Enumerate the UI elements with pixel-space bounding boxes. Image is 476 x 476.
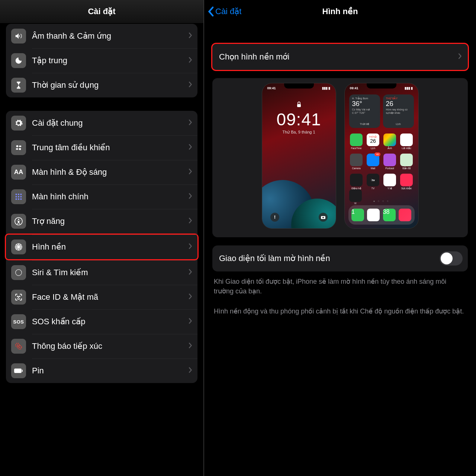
row-focus[interactable]: Tập trung <box>6 48 197 73</box>
row-exposure[interactable]: Thông báo tiếp xúc <box>6 334 197 358</box>
display-icon: AA <box>11 165 26 180</box>
exposure-icon <box>11 339 26 354</box>
row-label: Tập trung <box>32 56 188 65</box>
chevron-right-icon <box>188 293 192 301</box>
camera-icon <box>319 213 328 222</box>
footnote-2: Hình nền động và thu phóng phối cảnh bị … <box>212 306 468 316</box>
home-screen-icon <box>11 189 26 204</box>
svg-point-20 <box>19 296 20 297</box>
row-label: Trung tâm điều khiển <box>32 143 188 152</box>
row-sos[interactable]: SOS SOS khẩn cấp <box>6 309 197 334</box>
weather-widget: H. Trảng Bom 36° Có Mây Vài nơi C:37° T:… <box>349 94 380 128</box>
lockscreen-date: Thứ Ba, 9 tháng 1 <box>262 130 336 135</box>
svg-point-18 <box>16 270 22 276</box>
chevron-right-icon <box>188 168 192 176</box>
settings-list-pane: Cài đặt Âm thanh & Cảm ứng Tập trung <box>0 0 204 476</box>
sound-icon <box>11 29 26 44</box>
settings-group-1: Âm thanh & Cảm ứng Tập trung Thời gian s… <box>6 24 197 97</box>
accessibility-icon <box>11 214 26 229</box>
row-siri[interactable]: Siri & Tìm kiếm <box>6 260 197 285</box>
svg-rect-6 <box>20 194 22 195</box>
svg-point-3 <box>19 148 21 150</box>
row-screentime[interactable]: Thời gian sử dụng <box>6 73 197 97</box>
chevron-right-icon <box>188 318 192 326</box>
row-sound[interactable]: Âm thanh & Cảm ứng <box>6 24 197 48</box>
svg-rect-27 <box>297 104 301 107</box>
control-center-icon <box>11 140 26 155</box>
wallpaper-icon <box>11 239 26 254</box>
dim-wallpaper-toggle[interactable] <box>440 251 463 266</box>
svg-rect-2 <box>16 148 18 150</box>
lock-icon <box>296 101 302 109</box>
svg-point-14 <box>18 219 19 220</box>
back-button[interactable]: Cài đặt <box>208 6 241 17</box>
dock: 1 38 <box>348 205 415 225</box>
row-display[interactable]: AA Màn hình & Độ sáng <box>6 160 197 184</box>
svg-rect-7 <box>16 196 17 197</box>
row-label: Thông báo tiếp xúc <box>32 341 188 351</box>
wallpaper-title: Hình nền <box>322 7 358 16</box>
svg-rect-25 <box>14 369 22 373</box>
wallpaper-settings-pane: Cài đặt Hình nền Chọn hình nền mới 09:41… <box>204 0 476 476</box>
row-label: Face ID & Mật mã <box>32 292 188 302</box>
chevron-right-icon <box>188 243 192 251</box>
chevron-right-icon <box>188 268 192 277</box>
svg-rect-11 <box>18 199 19 200</box>
settings-header: Cài đặt <box>0 0 203 23</box>
settings-group-2: Cài đặt chung Trung tâm điều khiển AA Mà… <box>6 111 197 383</box>
siri-icon <box>11 265 26 280</box>
dim-wallpaper-cell: Giao diện tối làm mờ hình nền <box>212 245 468 271</box>
settings-title: Cài đặt <box>88 7 115 16</box>
lockscreen-time: 09:41 <box>262 109 336 129</box>
row-control-center[interactable]: Trung tâm điều khiển <box>6 135 197 160</box>
row-general[interactable]: Cài đặt chung <box>6 111 197 135</box>
sos-icon: SOS <box>11 314 26 329</box>
battery-icon <box>11 363 26 378</box>
row-label: Trợ năng <box>32 216 188 226</box>
gear-icon <box>11 116 26 131</box>
footnote-1: Khi Giao diện tối được bật, iPhone sẽ là… <box>212 277 468 296</box>
back-label: Cài đặt <box>215 7 241 16</box>
svg-rect-5 <box>18 194 19 195</box>
row-faceid[interactable]: Face ID & Mật mã <box>6 285 197 309</box>
screentime-icon <box>11 78 26 93</box>
svg-rect-12 <box>20 199 22 200</box>
chevron-right-icon <box>188 81 192 89</box>
chevron-right-icon <box>458 53 462 61</box>
chevron-right-icon <box>188 119 192 127</box>
chevron-right-icon <box>188 342 192 350</box>
row-wallpaper[interactable]: Hình nền <box>5 234 199 260</box>
choose-wallpaper-button[interactable]: Chọn hình nền mới <box>212 44 468 70</box>
svg-rect-10 <box>16 199 17 200</box>
homescreen-preview[interactable]: 09:41▮▮▮ ▮ H. Trảng Bom 36° Có Mây Vài n… <box>345 83 418 228</box>
choose-wallpaper-label: Chọn hình nền mới <box>219 52 458 62</box>
row-label: Âm thanh & Cảm ứng <box>32 31 188 41</box>
chevron-right-icon <box>188 144 192 152</box>
dim-wallpaper-label: Giao diện tối làm mờ hình nền <box>219 254 440 263</box>
svg-point-23 <box>17 345 18 346</box>
row-label: Màn hình chính <box>32 192 188 202</box>
row-label: Cài đặt chung <box>32 118 188 128</box>
svg-rect-9 <box>20 196 22 197</box>
flashlight-icon <box>270 213 279 222</box>
svg-point-24 <box>19 347 20 348</box>
chevron-right-icon <box>188 193 192 201</box>
row-label: Pin <box>32 366 188 376</box>
svg-rect-4 <box>16 194 17 195</box>
svg-rect-26 <box>22 370 23 372</box>
row-accessibility[interactable]: Trợ năng <box>6 209 197 234</box>
lockscreen-preview[interactable]: 09:41▮▮▮ ▮ 09:41 Thứ Ba, 9 tháng 1 <box>262 83 336 228</box>
wallpaper-previews: 09:41▮▮▮ ▮ 09:41 Thứ Ba, 9 tháng 1 09:41… <box>212 78 468 237</box>
chevron-right-icon <box>188 217 192 225</box>
row-label: SOS khẩn cấp <box>32 317 188 327</box>
row-battery[interactable]: Pin <box>6 358 197 383</box>
chevron-right-icon <box>188 57 192 65</box>
row-label: Hình nền <box>32 242 188 252</box>
row-label: Thời gian sử dụng <box>32 80 188 90</box>
focus-icon <box>11 53 26 68</box>
calendar-widget: THỨ BẢY 26 Hôm nay không có sự kiện khác… <box>383 94 414 128</box>
svg-rect-1 <box>19 146 21 147</box>
svg-point-29 <box>322 217 324 218</box>
chevron-right-icon <box>188 367 192 375</box>
row-home-screen[interactable]: Màn hình chính <box>6 184 197 209</box>
